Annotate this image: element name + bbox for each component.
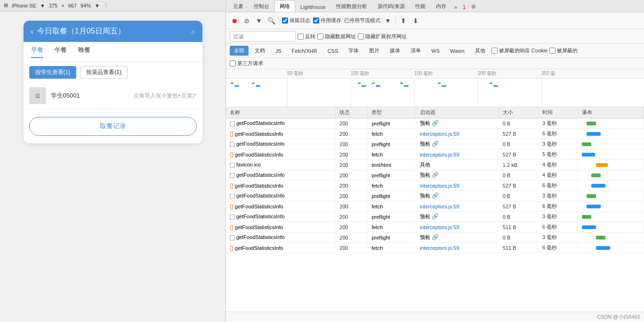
network-table-container[interactable]: 名称 状态 类型 启动器 大小 时间 瀑布 getFoodStatisticsI… bbox=[226, 107, 644, 312]
col-initiator[interactable]: 启动器 bbox=[416, 107, 499, 118]
waterfall-bar bbox=[582, 225, 596, 229]
tab-console[interactable]: 控制台 bbox=[249, 0, 274, 12]
filter-input[interactable] bbox=[230, 31, 296, 41]
table-row[interactable]: {}getFoodStatisticsInfo200fetchintercept… bbox=[226, 201, 644, 212]
type-manifest[interactable]: 清单 bbox=[406, 46, 425, 56]
cell-waterfall bbox=[578, 118, 644, 129]
search-icon[interactable]: 🔍 bbox=[266, 16, 276, 25]
device-zoom-arrow: ▼ bbox=[95, 3, 100, 8]
col-name[interactable]: 名称 bbox=[226, 107, 336, 118]
col-size[interactable]: 大小 bbox=[499, 107, 538, 118]
col-waterfall[interactable]: 瀑布 bbox=[578, 107, 644, 118]
type-all[interactable]: 全部 bbox=[230, 46, 249, 56]
timeline-bars bbox=[226, 79, 644, 107]
col-type[interactable]: 类型 bbox=[368, 107, 416, 118]
device-name: iPhone SE bbox=[12, 3, 36, 8]
tab-lighthouse[interactable]: Lighthouse bbox=[295, 2, 331, 12]
preserve-log-checkbox[interactable]: 保留日志 bbox=[282, 17, 310, 24]
invert-checkbox[interactable]: 反转 bbox=[298, 33, 315, 40]
download-icon[interactable]: ⬇ bbox=[411, 16, 420, 25]
cell-time: 4 毫秒 bbox=[539, 160, 578, 170]
blocked-cookie-checkbox[interactable]: 被屏蔽的响应 Cookie bbox=[491, 47, 547, 54]
table-row[interactable]: getFoodStatisticsInfo200preflight预检 🔗0 B… bbox=[226, 191, 644, 201]
type-media[interactable]: 媒体 bbox=[386, 46, 404, 56]
cell-waterfall bbox=[578, 149, 644, 160]
tab-overflow[interactable]: » bbox=[451, 2, 460, 12]
cell-initiator: 预检 🔗 bbox=[416, 212, 499, 222]
cell-size: 527 B bbox=[499, 149, 538, 160]
table-row[interactable]: {}getFoodStatisticsInfo200fetchintercept… bbox=[226, 243, 644, 253]
back-icon[interactable]: ‹ bbox=[31, 27, 33, 36]
fetch-icon: {} bbox=[230, 224, 233, 231]
home-icon[interactable]: ⌂ bbox=[191, 28, 194, 35]
cell-name: getFoodStatisticsInfo bbox=[226, 118, 336, 129]
type-font[interactable]: 字体 bbox=[344, 46, 363, 56]
tab-lunch[interactable]: 午餐 bbox=[55, 46, 67, 58]
tab-breakfast[interactable]: 早餐 bbox=[31, 46, 43, 58]
hide-extension-urls-checkbox[interactable]: 隐藏扩展程序网址 bbox=[358, 33, 407, 40]
type-ws[interactable]: WS bbox=[427, 47, 444, 55]
tab-dinner[interactable]: 晚餐 bbox=[78, 46, 90, 58]
table-row[interactable]: favicon.ico200text/html其他1.2 kB4 毫秒 bbox=[226, 160, 644, 170]
tab-performance-data[interactable]: 性能数据分析 bbox=[331, 0, 372, 12]
col-status[interactable]: 状态 bbox=[336, 107, 368, 118]
initiator-link[interactable]: interceptors.js:59 bbox=[420, 152, 459, 157]
type-doc[interactable]: 文档 bbox=[250, 46, 269, 56]
table-row[interactable]: getFoodStatisticsInfo200preflight预检 🔗0 B… bbox=[226, 232, 644, 243]
device-menu[interactable]: ⋮ bbox=[104, 2, 109, 8]
type-css[interactable]: CSS bbox=[323, 47, 343, 55]
cell-status: 200 bbox=[336, 222, 368, 232]
tab-memory[interactable]: 内存 bbox=[431, 0, 451, 12]
table-row[interactable]: {}getFoodStatisticsInfo200fetchintercept… bbox=[226, 222, 644, 232]
type-image[interactable]: 图片 bbox=[365, 46, 384, 56]
device-bar: ⊞ iPhone SE ▼ 375 × 667 94% ▼ ⋮ bbox=[0, 0, 225, 11]
waterfall-bar bbox=[582, 153, 595, 157]
filter-icon[interactable]: ▼ bbox=[254, 16, 264, 25]
filter-by-dish[interactable]: 按菜品查看(1) bbox=[80, 66, 128, 79]
type-wasm[interactable]: Wasm bbox=[446, 47, 469, 55]
table-row[interactable]: getFoodStatisticsInfo200preflight预检 🔗0 B… bbox=[226, 212, 644, 222]
filter-by-student[interactable]: 按学生查看(1) bbox=[29, 66, 77, 79]
waterfall-bar bbox=[587, 194, 596, 198]
app-container: ‹ 今日取餐（1月05日周五） ⌂ 早餐 午餐 晚餐 按学生查看(1) bbox=[0, 11, 225, 322]
meal-record-button[interactable]: 取餐记录 bbox=[29, 117, 197, 136]
initiator-link[interactable]: interceptors.js:59 bbox=[420, 131, 459, 137]
table-row[interactable]: getFoodStatisticsInfo200preflight预检 🔗0 B… bbox=[226, 170, 644, 181]
tab-network[interactable]: 网络 bbox=[274, 0, 295, 12]
cell-type: preflight bbox=[368, 212, 416, 222]
devtools-toolbar: ⏺ ⊘ ▼ 🔍 保留日志 停用缓存 已停用节流模式 ▼ ⬆ ⬇ bbox=[226, 12, 644, 29]
third-party-checkbox[interactable]: 第三方请求 bbox=[230, 60, 263, 67]
table-row[interactable]: getFoodStatisticsInfo200preflight预检 🔗0 B… bbox=[226, 139, 644, 149]
cell-name: {}getFoodStatisticsInfo bbox=[226, 181, 336, 191]
tab-elements[interactable]: 元素 bbox=[228, 0, 249, 12]
table-row[interactable]: {}getFoodStatisticsInfo200fetchintercept… bbox=[226, 181, 644, 191]
table-row[interactable]: getFoodStatisticsInfo200preflight预检 🔗0 B… bbox=[226, 118, 644, 129]
type-fetch-xhr[interactable]: Fetch/XHR bbox=[288, 47, 322, 55]
blocked-checkbox[interactable]: 被屏蔽的 bbox=[549, 47, 578, 54]
initiator-link[interactable]: interceptors.js:59 bbox=[420, 183, 459, 189]
cell-initiator: interceptors.js:59 bbox=[416, 181, 499, 191]
initiator-link[interactable]: interceptors.js:59 bbox=[420, 245, 459, 251]
precheck-label: 预检 bbox=[420, 234, 430, 240]
timeline-mark-100: 100 毫秒 bbox=[351, 70, 369, 77]
hide-data-urls-checkbox[interactable]: 隐藏数据网址 bbox=[317, 33, 356, 40]
disable-cache-checkbox[interactable]: 停用缓存 bbox=[313, 17, 341, 24]
tab-performance[interactable]: 性能 bbox=[410, 0, 431, 12]
type-js[interactable]: JS bbox=[271, 47, 286, 55]
offline-dropdown-icon[interactable]: ▼ bbox=[383, 16, 393, 25]
type-other[interactable]: 其他 bbox=[471, 46, 490, 56]
initiator-link[interactable]: interceptors.js:59 bbox=[420, 224, 459, 230]
upload-icon[interactable]: ⬆ bbox=[399, 16, 408, 25]
tab-sources[interactable]: 源代码/来源 bbox=[372, 0, 410, 12]
initiator-link[interactable]: interceptors.js:59 bbox=[420, 204, 459, 209]
clear-icon[interactable]: ⊘ bbox=[242, 16, 251, 25]
app-footer: 取餐记录 bbox=[24, 109, 202, 143]
col-time[interactable]: 时间 bbox=[539, 107, 578, 118]
cell-name: {}getFoodStatisticsInfo bbox=[226, 149, 336, 160]
cell-initiator: 预检 🔗 bbox=[416, 191, 499, 201]
precheck-label: 预检 bbox=[420, 193, 430, 198]
stop-recording-icon[interactable]: ⏺ bbox=[230, 16, 239, 25]
table-row[interactable]: {}getFoodStatisticsInfo200fetchintercept… bbox=[226, 149, 644, 160]
table-row[interactable]: {}getFoodStatisticsInfo200fetchintercept… bbox=[226, 129, 644, 139]
settings-icon[interactable]: ⚙ bbox=[468, 2, 479, 12]
